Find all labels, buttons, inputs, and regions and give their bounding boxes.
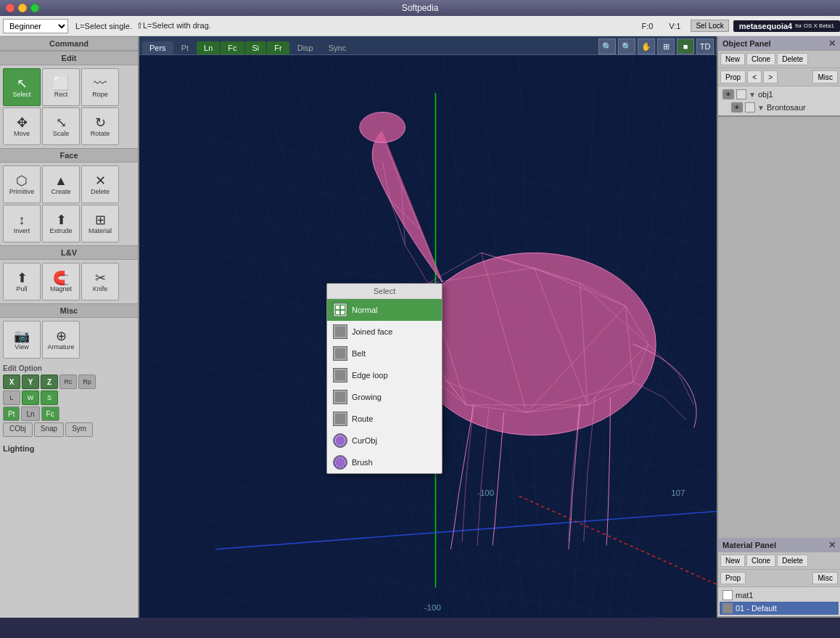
obj-delete-btn[interactable]: Delete [777,53,808,65]
rc-btn[interactable]: Rc [59,375,77,389]
viewport[interactable]: Pers Pt Ln Fc Si Fr Disp Sync 🔍 🔍 ✋ ⊞ ■ … [139,36,717,618]
obj-new-btn[interactable]: New [720,53,745,65]
obj-next-btn[interactable]: > [763,70,778,83]
dropdown-item-growing[interactable]: Growing [327,386,442,408]
magnet-icon: 🧲 [53,271,69,285]
tab-ln[interactable]: Ln [197,41,220,54]
armature-tool[interactable]: ⊕ Armature [42,321,80,359]
hint-left: L=Select single. [75,22,132,30]
view-tool[interactable]: 📷 View [3,321,41,359]
material-tool[interactable]: ⊞ Material [81,205,119,242]
edge-loop-icon [333,368,347,383]
rope-tool[interactable]: 〰 Rope [81,68,119,106]
level-selector[interactable]: Beginner [3,19,68,33]
obj1-lock-icon[interactable] [736,89,746,99]
fc-mode-btn[interactable]: Fc [41,406,59,421]
x-axis-btn[interactable]: X [3,375,20,389]
object-panel-close[interactable]: ✕ [828,38,836,49]
s-btn[interactable]: S [41,390,58,405]
mat-clone-btn[interactable]: Clone [746,555,775,567]
mat-new-btn[interactable]: New [720,555,745,567]
obj-misc-btn[interactable]: Misc [812,70,838,83]
zoom-in-icon[interactable]: 🔍 [598,38,616,54]
obj-clone-btn[interactable]: Clone [746,53,775,65]
view-options-icon[interactable]: ⊞ [657,38,675,54]
svg-rect-104 [336,414,339,418]
obj1-eye-icon[interactable]: 👁 [722,89,734,99]
create-tool[interactable]: ▲ Create [42,165,80,203]
dropdown-item-edge-loop[interactable]: Edge loop [327,364,442,386]
obj1-expand-icon[interactable]: ▼ [749,91,756,99]
color-icon[interactable]: ■ [677,38,694,54]
mat-prop-btn[interactable]: Prop [720,572,746,584]
tab-sync[interactable]: Sync [321,41,353,54]
mat-delete-btn[interactable]: Delete [777,555,808,567]
object-list: 👁 ▼ obj1 👁 ▼ Brontosaur [718,86,840,115]
l-btn[interactable]: L [3,390,20,405]
maximize-button[interactable] [30,4,39,12]
dropdown-item-joined-face[interactable]: Joined face [327,321,442,343]
minimize-button[interactable] [18,4,27,12]
pull-tool[interactable]: ⬆ Pull [3,263,41,300]
viewport-tabs: Pers Pt Ln Fc Si Fr Disp Sync 🔍 🔍 ✋ ⊞ ■ … [139,36,717,55]
material-panel-close[interactable]: ✕ [828,540,836,550]
object-row-obj1[interactable]: 👁 ▼ obj1 [720,88,839,101]
tab-fr[interactable]: Fr [267,41,289,54]
material-icon: ⊞ [95,213,106,226]
window-title: Softpedia [402,3,439,13]
edit-option-title: Edit Option [3,364,135,372]
tab-pers[interactable]: Pers [142,41,173,54]
tab-pt[interactable]: Pt [174,41,196,54]
face-tools: ⬡ Primitive ▲ Create ✕ Delete ↕ Invert ⬆… [0,163,138,245]
belt-icon [333,346,347,361]
extrude-tool[interactable]: ⬆ Extrude [42,205,80,242]
cobj-btn[interactable]: CObj [3,422,33,437]
svg-rect-97 [341,376,345,380]
pt-mode-btn[interactable]: Pt [3,406,20,421]
scale-tool[interactable]: ⤡ Scale [42,107,80,145]
magnet-tool[interactable]: 🧲 Magnet [42,263,80,300]
z-axis-btn[interactable]: Z [41,375,58,389]
zoom-out-icon[interactable]: 🔍 [618,38,635,54]
mat-misc-btn[interactable]: Misc [812,572,838,584]
primitive-tool[interactable]: ⬡ Primitive [3,165,41,203]
svg-text:-100: -100 [477,488,494,497]
y-axis-btn[interactable]: Y [22,375,39,389]
sel-lock-button[interactable]: Sel Lock [691,20,728,32]
invert-tool[interactable]: ↕ Invert [3,205,41,242]
mat1-name: mat1 [736,591,753,600]
brontosaur-lock-icon[interactable] [745,102,755,113]
tab-si[interactable]: Si [245,41,267,54]
dropdown-item-curobj[interactable]: CurObj [327,430,442,451]
move-tool[interactable]: ✥ Move [3,107,41,145]
ln-mode-btn[interactable]: Ln [21,406,39,421]
close-button[interactable] [6,4,15,12]
mat-row-default[interactable]: 01 - Default [720,602,839,615]
select-tool[interactable]: ↖ Select [3,68,41,106]
dropdown-item-belt[interactable]: Belt [327,343,442,364]
pan-icon[interactable]: ✋ [638,38,655,54]
svg-rect-101 [336,398,339,401]
knife-tool[interactable]: ✂ Knife [81,263,119,300]
mat-row-mat1[interactable]: mat1 [720,589,839,602]
tab-disp[interactable]: Disp [290,41,321,54]
sym-btn[interactable]: Sym [65,422,93,437]
obj-prev-btn[interactable]: < [747,70,762,83]
title-bar: Softpedia [0,0,840,16]
w-btn[interactable]: W [22,390,39,405]
brontosaur-eye-icon[interactable]: 👁 [731,102,743,113]
obj-prop-btn[interactable]: Prop [720,70,746,83]
dropdown-item-normal[interactable]: Normal [327,299,442,321]
delete-face-tool[interactable]: ✕ Delete [81,165,119,203]
edit-tools: ↖ Select ⬜ Rect 〰 Rope ✥ Move ⤡ Scale ↻ … [0,65,138,148]
tab-fc[interactable]: Fc [221,41,244,54]
rect-tool[interactable]: ⬜ Rect [42,68,80,106]
rp-btn[interactable]: Rp [78,375,96,389]
rotate-tool[interactable]: ↻ Rotate [81,107,119,145]
snap-btn[interactable]: Snap [34,422,64,437]
dropdown-item-brush[interactable]: Brush [327,451,442,473]
object-row-brontosaur[interactable]: 👁 ▼ Brontosaur [720,101,839,114]
brontosaur-expand-icon[interactable]: ▼ [757,104,765,112]
td-btn[interactable]: TD [696,38,714,54]
dropdown-item-route[interactable]: Route [327,408,442,430]
